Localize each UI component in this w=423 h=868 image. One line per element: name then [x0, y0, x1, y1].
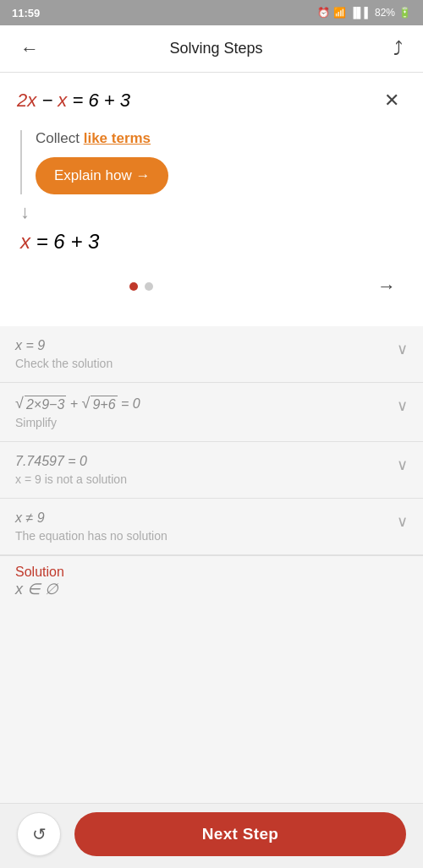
wifi-icon: 📶 — [333, 7, 346, 19]
status-icons: ⏰ 📶 ▐▌▌ 82% 🔋 — [317, 7, 411, 19]
pagination-dots — [129, 282, 153, 291]
step-desc-1: Check the solution — [15, 357, 397, 370]
battery-icon: 🔋 — [398, 7, 411, 19]
step-desc-3: x = 9 is not a solution — [15, 472, 397, 486]
close-equation-button[interactable]: ✕ — [377, 86, 406, 115]
main-equation: 2x − x = 6 + 3 — [17, 90, 130, 112]
step-arrow: ↓ — [20, 203, 406, 221]
app-header: ← Solving Steps ⤴ — [0, 25, 423, 73]
chevron-icon-3[interactable]: ∨ — [397, 456, 408, 474]
explain-how-button[interactable]: Explain how → — [36, 157, 168, 194]
solution-equation: x ∈ ∅ — [15, 580, 408, 598]
page-title: Solving Steps — [169, 40, 262, 57]
back-step-button[interactable]: ↺ — [17, 812, 61, 856]
chevron-icon-1[interactable]: ∨ — [397, 340, 408, 358]
chevron-icon-4[interactable]: ∨ — [397, 512, 408, 531]
solution-label: Solution — [15, 565, 408, 580]
signal-icon: ▐▌▌ — [349, 7, 371, 19]
step-item-content-1: x = 9 Check the solution — [15, 338, 397, 370]
step-item[interactable]: x ≠ 9 The equation has no solution ∨ — [0, 499, 423, 555]
battery-text: 82% — [375, 7, 395, 19]
main-card: 2x − x = 6 + 3 ✕ Collect like terms Expl… — [0, 73, 423, 326]
step-label: Collect like terms — [36, 130, 406, 147]
next-page-arrow[interactable]: → — [371, 272, 403, 301]
step-equation-3: 7.74597 = 0 — [15, 454, 397, 469]
steps-section: x = 9 Check the solution ∨ √2×9−3 + √9+6… — [0, 326, 423, 555]
bottom-bar: ↺ Next Step — [0, 803, 423, 868]
step-equation-4: x ≠ 9 — [15, 510, 397, 526]
equation-row: 2x − x = 6 + 3 ✕ — [17, 86, 406, 115]
back-button[interactable]: ← — [14, 31, 46, 67]
solution-area: Solution x ∈ ∅ — [0, 555, 423, 602]
step-item-content-4: x ≠ 9 The equation has no solution — [15, 510, 397, 543]
status-bar: 11:59 ⏰ 📶 ▐▌▌ 82% 🔋 — [0, 0, 423, 25]
step-desc-4: The equation has no solution — [15, 529, 397, 543]
step-desc-2: Simplify — [15, 416, 397, 429]
chevron-icon-2[interactable]: ∨ — [397, 396, 408, 415]
step-item[interactable]: 7.74597 = 0 x = 9 is not a solution ∨ — [0, 442, 423, 499]
result-equation: x = 6 + 3 — [20, 230, 406, 254]
step-box: Collect like terms Explain how → — [20, 130, 406, 194]
alarm-icon: ⏰ — [317, 7, 330, 19]
next-step-button[interactable]: Next Step — [74, 812, 406, 856]
step-item[interactable]: x = 9 Check the solution ∨ — [0, 326, 423, 383]
step-item-content-3: 7.74597 = 0 x = 9 is not a solution — [15, 454, 397, 486]
share-button[interactable]: ⤴ — [387, 31, 409, 67]
step-equation-2: √2×9−3 + √9+6 = 0 — [15, 395, 397, 412]
status-time: 11:59 — [12, 7, 40, 19]
step-equation-1: x = 9 — [15, 338, 397, 353]
step-item[interactable]: √2×9−3 + √9+6 = 0 Simplify ∨ — [0, 383, 423, 442]
dot-1 — [129, 282, 138, 291]
step-label-text: Collect — [36, 130, 84, 146]
dot-2 — [145, 282, 153, 291]
pagination-row: → — [17, 269, 406, 309]
step-label-highlight: like terms — [84, 130, 151, 146]
step-item-content-2: √2×9−3 + √9+6 = 0 Simplify — [15, 395, 397, 429]
